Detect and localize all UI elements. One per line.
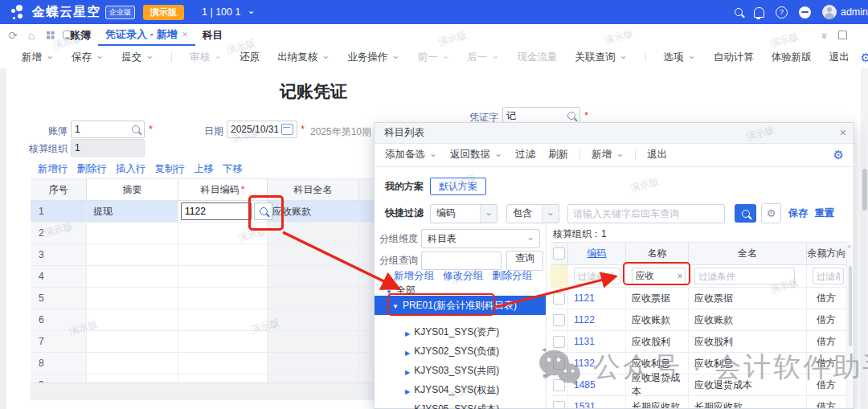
service-icon[interactable] (799, 6, 811, 18)
account-code[interactable]: 1131 (568, 331, 626, 352)
select-all-checkbox[interactable] (553, 247, 565, 260)
date-field[interactable] (227, 121, 297, 138)
summary-cell[interactable] (87, 223, 178, 243)
move-up-link[interactable]: 上移 (194, 162, 214, 176)
query-button[interactable]: 查询 (506, 251, 543, 271)
tab-voucher-entry[interactable]: 凭证录入 - 新增 × (98, 24, 195, 46)
account-code-input[interactable] (181, 202, 252, 220)
options-button[interactable]: 选项 (664, 51, 696, 64)
search-icon[interactable] (735, 8, 743, 16)
scrollbar-thumb[interactable] (849, 266, 852, 346)
tree-node-liabilities[interactable]: KJYS02_SYS(负债) (405, 345, 499, 358)
related-query-button[interactable]: 关联查询 (575, 51, 628, 64)
home-icon[interactable]: ⌂ (25, 29, 38, 42)
tree-node-assets[interactable]: KJYS01_SYS(资产) (405, 325, 499, 339)
dialog-scrollbar[interactable]: ∧ (846, 242, 854, 408)
window-scrollbar[interactable] (861, 68, 868, 409)
move-down-link[interactable]: 下移 (223, 162, 243, 176)
add-candidate-button[interactable]: 添加备选 (385, 148, 437, 162)
row-checkbox[interactable] (553, 379, 565, 391)
business-ops-button[interactable]: 业务操作 (347, 51, 399, 64)
close-tab-icon[interactable]: × (182, 29, 188, 40)
sync-icon[interactable]: ⟳ (6, 29, 19, 42)
delete-group-link[interactable]: 删除分组 (492, 269, 532, 283)
filter-button[interactable]: 过滤 (515, 148, 535, 162)
account-code[interactable]: 1121 (568, 288, 626, 309)
book-input[interactable] (72, 124, 132, 135)
row-checkbox[interactable] (553, 336, 565, 348)
tab-subject[interactable]: 科目 (195, 24, 231, 46)
code-filter-input[interactable] (574, 268, 620, 284)
summary-cell[interactable] (87, 309, 178, 330)
tree-node-cost[interactable]: KJYS05_SYS(成本) (405, 403, 499, 409)
insert-row-link[interactable]: 插入行 (116, 162, 146, 176)
summary-cell[interactable]: 提现 (87, 201, 178, 222)
restore-button[interactable]: 还原 (240, 51, 260, 64)
exit-button[interactable]: 退出 (829, 51, 850, 64)
account-code-cell[interactable] (178, 353, 268, 374)
collapse-tabs-icon[interactable]: » (819, 33, 831, 37)
account-code-cell[interactable] (178, 223, 268, 243)
direction-filter-input[interactable] (813, 268, 844, 284)
gear-icon[interactable]: ⚙ (833, 149, 844, 161)
clear-icon[interactable]: × (677, 271, 682, 282)
account-row-1131[interactable]: 1131 应收股利 应收股利 借方 (551, 331, 847, 353)
book-field[interactable] (71, 121, 145, 138)
delete-row-link[interactable]: 删除行 (77, 162, 108, 176)
close-icon[interactable]: × (840, 126, 846, 139)
voucher-word-input[interactable] (503, 110, 567, 121)
search-button[interactable] (735, 204, 756, 223)
try-new-version-button[interactable]: 体验新版 (772, 51, 812, 64)
group-query-input[interactable] (421, 252, 502, 270)
tab-book[interactable]: 账簿 (63, 24, 98, 46)
scroll-up-icon[interactable]: ∧ (847, 243, 851, 249)
summary-cell[interactable] (87, 266, 178, 287)
account-code[interactable]: 1485 (568, 374, 626, 395)
summary-cell[interactable] (87, 353, 178, 374)
refresh-button[interactable]: 刷新 (548, 148, 568, 162)
account-code-cell[interactable] (178, 288, 268, 309)
lookup-icon[interactable] (567, 112, 575, 120)
account-row-1132[interactable]: 1132 应收利息 应收利息 借方 (551, 353, 847, 374)
summary-cell[interactable] (87, 331, 178, 352)
account-code-cell[interactable] (178, 331, 268, 352)
workspace-selector[interactable]: 1 | 100 1 (202, 6, 256, 18)
filter-settings-button[interactable]: ⚙ (761, 203, 781, 223)
exit-dialog-button[interactable]: 退出 (647, 148, 667, 162)
row-checkbox[interactable] (553, 292, 565, 305)
collapse-panel-icon[interactable]: ◂ (542, 345, 546, 354)
new-button[interactable]: 新增 (22, 51, 54, 64)
account-code-cell[interactable] (178, 309, 268, 330)
default-plan-button[interactable]: 默认方案 (430, 178, 486, 195)
dialog-title-bar[interactable]: 科目列表 × (375, 123, 854, 144)
account-row-1122[interactable]: 1122 应收账款 应收账款 借方 (551, 309, 847, 331)
account-lookup-button[interactable] (254, 202, 272, 220)
account-row-1485[interactable]: 1485 应收退货成本 应收退货成本 借方 (551, 374, 847, 396)
reset-plan-link[interactable]: 重置 (815, 207, 834, 220)
add-row-link[interactable]: 新增行 (38, 162, 68, 176)
account-code[interactable]: 1122 (568, 309, 626, 330)
return-data-button[interactable]: 返回数据 (450, 148, 502, 162)
tree-node-common[interactable]: KJYS03_SYS(共同) (405, 364, 499, 378)
account-code-cell[interactable] (178, 244, 268, 265)
filter-field-select[interactable]: 编码 (430, 204, 497, 223)
edit-group-link[interactable]: 修改分组 (443, 269, 483, 283)
account-code[interactable]: 1132 (568, 353, 626, 374)
lookup-icon[interactable] (132, 125, 140, 133)
notifications-icon[interactable] (754, 7, 764, 18)
account-row-1121[interactable]: 1121 应收票据 应收票据 借方 (551, 288, 847, 309)
expand-panel-icon[interactable]: ▸ (543, 370, 547, 379)
account-code-cell[interactable] (178, 266, 268, 287)
expand-window-icon[interactable] (838, 31, 847, 39)
new-account-button[interactable]: 新增 (592, 148, 624, 162)
help-icon[interactable] (776, 6, 788, 18)
tree-node-selected[interactable]: PRE01(新会计准则科目表) (375, 296, 546, 315)
apps-grid-icon[interactable] (47, 31, 54, 39)
calendar-icon[interactable] (281, 124, 293, 135)
submit-button[interactable]: 提交 (121, 51, 154, 64)
group-dim-select[interactable]: 科目表 (421, 229, 540, 248)
auto-calc-button[interactable]: 自动计算 (714, 51, 754, 64)
account-row-1531[interactable]: 1531 长期应收款 长期应收款 借方 (551, 396, 847, 408)
row-checkbox[interactable] (553, 401, 565, 409)
date-input[interactable] (227, 124, 281, 135)
